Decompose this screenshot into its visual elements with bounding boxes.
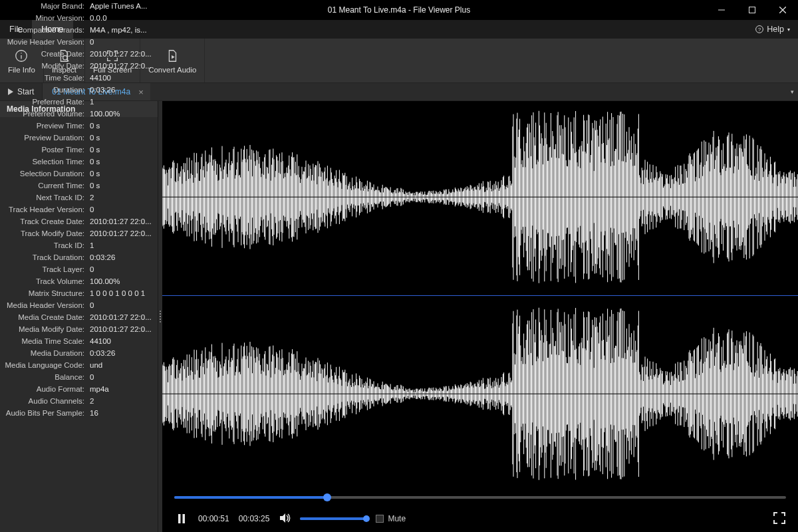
svg-marker-17 (280, 513, 285, 523)
property-key: Track ID: (0, 241, 87, 249)
property-key: Audio Channels: (0, 397, 87, 405)
volume-thumb[interactable] (363, 515, 370, 522)
property-value: M4A , mp42, is... (87, 26, 798, 34)
waveform-right[interactable] (162, 298, 798, 490)
property-row: Time Scale:44100 (0, 72, 798, 84)
mute-label: Mute (388, 514, 406, 523)
channel-divider (162, 295, 798, 296)
waveform-container (162, 101, 798, 489)
property-key: Compatible Brands: (0, 26, 87, 34)
property-key: Media Duration: (0, 349, 87, 357)
property-key: Track Volume: (0, 277, 87, 285)
property-key: Track Layer: (0, 265, 87, 273)
property-key: Minor Version: (0, 14, 87, 22)
property-key: Matrix Structure: (0, 289, 87, 297)
mute-checkbox[interactable]: Mute (376, 514, 406, 523)
seek-fill (174, 496, 327, 499)
property-key: Track Modify Date: (0, 229, 87, 237)
property-key: Media Language Code: (0, 361, 87, 369)
property-row: Minor Version:0.0.0 (0, 12, 798, 24)
player-fullscreen-button[interactable] (773, 511, 786, 527)
property-key: Track Create Date: (0, 217, 87, 225)
waveform-left[interactable] (162, 101, 798, 293)
volume-icon[interactable] (279, 512, 291, 526)
property-key: Preview Duration: (0, 134, 87, 142)
property-key: Major Brand: (0, 2, 87, 10)
property-row: Movie Header Version:0 (0, 36, 798, 48)
player-controls: 00:00:51 00:03:25 Mute (162, 505, 798, 532)
seek-bar[interactable] (162, 489, 798, 505)
property-key: Poster Time: (0, 146, 87, 154)
property-key: Duration: (0, 86, 87, 94)
volume-fill (300, 517, 366, 520)
property-row: Create Date:2010:01:27 22:0... (0, 48, 798, 60)
pause-button[interactable] (174, 511, 189, 526)
property-key: Modify Date: (0, 62, 87, 70)
property-key: Preferred Rate: (0, 98, 87, 106)
property-row: Duration:0:03:26 (0, 84, 798, 96)
sidebar-panel: Media Information Major Brand:Apple iTun… (0, 101, 158, 532)
property-value: Apple iTunes A... (87, 2, 798, 10)
property-key: Selection Duration: (0, 170, 87, 178)
property-value: 0:03:26 (87, 86, 798, 94)
time-total: 00:03:25 (239, 514, 270, 523)
checkbox-box (376, 515, 384, 523)
time-elapsed: 00:00:51 (198, 514, 229, 523)
property-key: Preferred Volume: (0, 110, 87, 118)
property-key: Balance: (0, 373, 87, 381)
property-key: Audio Bits Per Sample: (0, 409, 87, 417)
property-value: 2010:01:27 22:0... (87, 50, 798, 58)
svg-rect-15 (178, 514, 181, 523)
property-key: Time Scale: (0, 74, 87, 82)
waveform-area: 00:00:51 00:03:25 Mute (162, 101, 798, 532)
property-key: Media Create Date: (0, 313, 87, 321)
property-value: 0 (87, 38, 798, 46)
fullscreen-icon (773, 511, 786, 525)
property-key: Preview Time: (0, 122, 87, 130)
property-value: 0.0.0 (87, 14, 798, 22)
property-key: Track Duration: (0, 253, 87, 261)
property-key: Track Header Version: (0, 205, 87, 213)
property-key: Create Date: (0, 50, 87, 58)
property-key: Movie Header Version: (0, 38, 87, 46)
pause-icon (178, 514, 186, 523)
property-key: Current Time: (0, 182, 87, 190)
property-key: Media Time Scale: (0, 337, 87, 345)
property-key: Media Header Version: (0, 301, 87, 309)
seek-thumb[interactable] (323, 493, 331, 501)
property-key: Media Modify Date: (0, 325, 87, 333)
property-row: Compatible Brands:M4A , mp42, is... (0, 24, 798, 36)
property-key: Audio Format: (0, 385, 87, 393)
main-area: Media Information Major Brand:Apple iTun… (0, 101, 798, 532)
property-key: Next Track ID: (0, 194, 87, 201)
svg-rect-16 (183, 514, 186, 523)
property-key: Selection Time: (0, 158, 87, 166)
property-row: Major Brand:Apple iTunes A... (0, 0, 798, 12)
property-row: Modify Date:2010:01:27 22:0... (0, 60, 798, 72)
property-value: 2010:01:27 22:0... (87, 62, 798, 70)
volume-slider[interactable] (300, 517, 366, 520)
property-value: 44100 (87, 74, 798, 82)
